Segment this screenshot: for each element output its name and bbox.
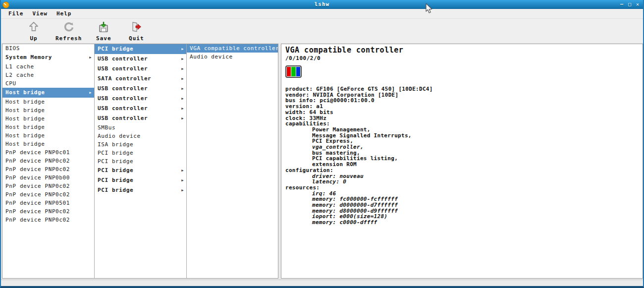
tree-item-pnp-device-pnp0c02[interactable]: PnP device PNP0c02 <box>2 190 94 199</box>
minimize-button[interactable]: – <box>620 0 623 9</box>
tree-item-label: PCI bridge <box>98 150 133 156</box>
tree-item-pci-bridge[interactable]: PCI bridge▶ <box>95 175 186 185</box>
tree-item-host-bridge[interactable]: Host bridge <box>2 106 94 115</box>
tool-label: Refresh <box>55 35 82 42</box>
save-icon <box>98 21 109 35</box>
tree-item-usb-controller[interactable]: USB controller▶ <box>95 54 186 64</box>
tree-item-label: CPU <box>5 80 16 87</box>
tree-item-label: Host bridge <box>5 107 45 114</box>
tree-item-pci-bridge[interactable]: PCI bridge▶ <box>95 166 186 175</box>
tree-item-label: PCI bridge <box>98 187 133 193</box>
tree-item-host-bridge[interactable]: Host bridge <box>2 131 94 140</box>
tree-item-pnp-device-pnp0b00[interactable]: PnP device PNP0b00 <box>2 173 94 182</box>
rgb-stripe-red <box>287 67 291 76</box>
tree-item-l1-cache[interactable]: L1 cache <box>2 62 94 71</box>
refresh-icon <box>63 21 75 35</box>
tree-item-system-memory[interactable]: System Memory▶ <box>2 53 94 62</box>
tree-item-audio-device[interactable]: Audio device <box>95 132 186 140</box>
tree-item-label: PnP device PNP0c02 <box>5 183 70 189</box>
tree-item-host-bridge[interactable]: Host bridge <box>2 98 94 106</box>
tree-item-host-bridge[interactable]: Host bridge▶ <box>2 88 94 98</box>
refresh-button[interactable]: Refresh <box>54 20 84 42</box>
tree-item-label: PnP device PNP0b00 <box>5 174 70 181</box>
tree-item-bios[interactable]: BIOS <box>2 44 94 53</box>
tree-item-usb-controller[interactable]: USB controller▶ <box>95 104 186 114</box>
tree-item-usb-controller[interactable]: USB controller▶ <box>95 84 186 94</box>
expander-arrow-icon: ▶ <box>181 104 184 114</box>
tree-item-label: PnP device PNP0c02 <box>5 191 70 198</box>
tree-item-usb-controller[interactable]: USB controller▶ <box>95 114 186 123</box>
tree-item-pnp-device-pnp0c02[interactable]: PnP device PNP0c02 <box>2 207 94 216</box>
detail-line: memory: c0000-dffff <box>285 220 639 226</box>
tree-item-cpu[interactable]: CPU <box>2 79 94 88</box>
up-button[interactable]: Up <box>21 20 47 42</box>
tree-item-pnp-device-pnp0c02[interactable]: PnP device PNP0c02 <box>2 165 94 173</box>
tree-item-pci-bridge[interactable]: PCI bridge <box>95 149 186 157</box>
tree-item-label: USB controller <box>98 65 148 72</box>
tree-item-host-bridge[interactable]: Host bridge <box>2 123 94 131</box>
tree-item-label: SMBus <box>98 124 115 131</box>
tree-item-pci-bridge[interactable]: PCI bridge▶ <box>95 44 186 54</box>
expander-arrow-icon: ▶ <box>181 185 184 195</box>
tree-item-label: USB controller <box>98 115 148 121</box>
details-panel: VGA compatible controller /0/100/2/0 pro… <box>281 44 643 279</box>
tree-column-2: PCI bridge▶USB controller▶USB controller… <box>95 44 187 278</box>
tree-item-label: Host bridge <box>5 132 45 139</box>
menu-view[interactable]: View <box>29 9 52 18</box>
expander-arrow-icon: ▶ <box>181 74 184 84</box>
device-tree-browser: BIOSSystem Memory▶L1 cacheL2 cacheCPUHos… <box>2 44 278 279</box>
tree-item-pnp-device-pnp0c01[interactable]: PnP device PNP0c01 <box>2 148 94 157</box>
maximize-button[interactable]: □ <box>628 0 631 9</box>
expander-arrow-icon: ▶ <box>89 53 92 62</box>
tree-item-host-bridge[interactable]: Host bridge <box>2 140 94 148</box>
tool-label: Quit <box>129 35 144 42</box>
expander-arrow-icon: ▶ <box>181 84 184 94</box>
expander-arrow-icon: ▶ <box>181 166 184 175</box>
menu-file[interactable]: File <box>5 9 27 18</box>
tree-item-label: ISA bridge <box>98 141 133 148</box>
titlebar[interactable]: lshw – □ ✕ <box>1 0 643 9</box>
tree-item-label: VGA compatible controller <box>190 45 278 52</box>
tree-item-usb-controller[interactable]: USB controller▶ <box>95 64 186 74</box>
tree-item-pci-bridge[interactable]: PCI bridge▶ <box>95 185 186 195</box>
close-button[interactable]: ✕ <box>636 0 639 9</box>
tree-item-audio-device[interactable]: Audio device <box>187 53 278 61</box>
menubar: File View Help <box>1 9 643 19</box>
quit-button[interactable]: Quit <box>123 20 149 42</box>
menu-help[interactable]: Help <box>53 9 75 18</box>
save-button[interactable]: Save <box>91 20 116 42</box>
detail-line: Power Management, <box>285 127 639 133</box>
expander-arrow-icon: ▶ <box>181 54 184 64</box>
tree-item-pnp-device-pnp0c02[interactable]: PnP device PNP0c02 <box>2 216 94 224</box>
tree-item-isa-bridge[interactable]: ISA bridge <box>95 140 186 149</box>
detail-line: resources: <box>285 185 639 191</box>
tree-item-label: USB controller <box>98 105 148 112</box>
tree-item-usb-controller[interactable]: USB controller▶ <box>95 94 186 104</box>
tree-item-pnp-device-pnp0501[interactable]: PnP device PNP0501 <box>2 199 94 207</box>
detail-line: vga_controller, <box>285 144 639 150</box>
tree-column-1: BIOSSystem Memory▶L1 cacheL2 cacheCPUHos… <box>2 44 95 278</box>
tree-item-host-bridge[interactable]: Host bridge <box>2 115 94 123</box>
tree-item-sata-controller[interactable]: SATA controller▶ <box>95 74 186 84</box>
tree-item-label: PCI bridge <box>98 158 133 165</box>
tree-item-pnp-device-pnp0c02[interactable]: PnP device PNP0c02 <box>2 157 94 165</box>
tree-item-vga-compatible-controller[interactable]: VGA compatible controller <box>187 44 278 53</box>
expander-arrow-icon: ▶ <box>181 44 184 54</box>
tree-item-label: Host bridge <box>5 99 45 105</box>
detail-line: memory: d0000000-d7ffffff <box>285 202 639 208</box>
expander-arrow-icon: ▶ <box>181 94 184 104</box>
tree-item-smbus[interactable]: SMBus <box>95 123 186 132</box>
tree-item-label: PnP device PNP0c02 <box>5 166 70 173</box>
app-window: lshw – □ ✕ File View Help Up <box>0 0 644 288</box>
tree-item-pnp-device-pnp0c02[interactable]: PnP device PNP0c02 <box>2 182 94 190</box>
tree-item-label: USB controller <box>98 56 148 62</box>
tree-item-label: Host bridge <box>5 89 45 96</box>
tree-item-label: USB controller <box>98 85 148 92</box>
tree-item-l2-cache[interactable]: L2 cache <box>2 71 94 79</box>
tree-item-pci-bridge[interactable]: PCI bridge <box>95 157 186 166</box>
display-rgb-icon <box>285 65 302 78</box>
detail-line: bus info: pci@0000:01:00.0 <box>285 98 639 104</box>
tree-item-label: Audio device <box>190 54 233 60</box>
tool-label: Up <box>30 35 37 42</box>
details-device-path: /0/100/2/0 <box>285 55 639 61</box>
